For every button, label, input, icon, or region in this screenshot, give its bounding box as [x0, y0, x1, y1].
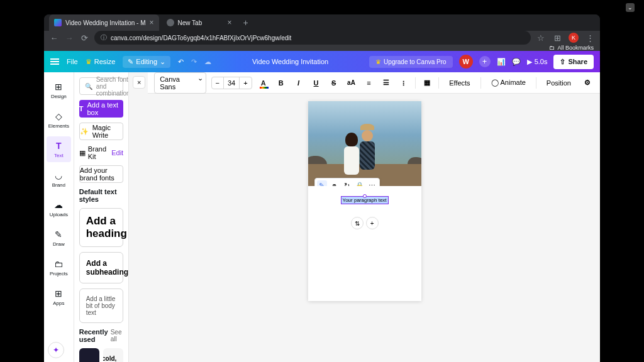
chevron-down-icon: ⌄ — [160, 58, 165, 66]
share-button[interactable]: ⇧ Share — [553, 55, 594, 69]
sparkle-icon: ✨ — [80, 128, 89, 136]
see-all-link[interactable]: See all — [111, 329, 123, 343]
underline-button[interactable]: U — [310, 76, 323, 90]
font-family-dropdown[interactable]: Canva Sans — [154, 72, 206, 94]
undo-icon[interactable]: ↶ — [178, 58, 184, 66]
case-button[interactable]: aA — [345, 76, 358, 90]
design-page[interactable]: ✎ ⚭ ↻ 🔒 ⋯ Your paragraph text — [308, 101, 421, 301]
upgrade-button[interactable]: ♛ Upgrade to Canva Pro — [369, 56, 453, 68]
url-input[interactable]: ⓘ canva.com/design/DAGTo6ygqb4/x1hFABfXj… — [94, 31, 531, 45]
extensions-icon[interactable]: ⊞ — [552, 33, 562, 43]
more-icon[interactable]: ⚙ — [581, 76, 594, 90]
back-icon[interactable]: ← — [49, 33, 59, 43]
edit-icon[interactable]: ✎ — [317, 180, 327, 186]
rail-brand[interactable]: ◡Brand — [44, 166, 74, 192]
lock-icon[interactable]: 🔒 — [355, 180, 365, 186]
tab-newtab[interactable]: New Tab × — [162, 14, 237, 31]
link-icon[interactable]: ⚭ — [330, 180, 340, 186]
list-button[interactable]: ☰ — [380, 76, 392, 90]
menu-icon[interactable] — [50, 58, 59, 65]
address-bar: ← → ⟳ ⓘ canva.com/design/DAGTo6ygqb4/x1h… — [44, 31, 600, 45]
divider — [438, 77, 439, 89]
add-heading-button[interactable]: Add a heading — [79, 208, 123, 247]
selected-text-element[interactable]: Your paragraph text — [341, 197, 388, 204]
redo-icon[interactable]: ↷ — [191, 58, 197, 66]
rail-uploads[interactable]: ☁Uploads — [44, 195, 74, 221]
rail-elements[interactable]: ◇Elements — [44, 107, 74, 133]
canva-topbar: File ♛ Resize ✎ Editing ⌄ ↶ ↷ ☁ Video We… — [44, 51, 600, 72]
comment-icon[interactable]: 💬 — [512, 58, 521, 66]
decrease-size-button[interactable]: − — [212, 77, 223, 89]
increase-size-button[interactable]: + — [240, 77, 251, 89]
font-size-input[interactable]: 34 — [223, 77, 240, 89]
duplicate-page-button[interactable]: ⇅ — [351, 217, 364, 229]
bold-button[interactable]: B — [275, 76, 287, 90]
url-text: canva.com/design/DAGTo6ygqb4/x1hFABfXjIx… — [111, 35, 291, 41]
align-button[interactable]: ≡ — [363, 76, 375, 90]
animate-button[interactable]: ◯Animate — [486, 76, 531, 89]
resize-button[interactable]: ♛ Resize — [86, 58, 116, 66]
close-icon[interactable]: × — [149, 18, 153, 27]
forward-icon[interactable]: → — [64, 33, 74, 43]
new-tab-button[interactable]: + — [240, 18, 252, 28]
rotate-handle[interactable] — [363, 194, 367, 198]
menu-icon[interactable]: ⋮ — [585, 33, 595, 43]
add-member-button[interactable]: + — [479, 56, 491, 67]
crown-icon: ♛ — [375, 58, 381, 65]
site-info-icon[interactable]: ⓘ — [101, 33, 107, 42]
divider — [480, 77, 481, 89]
add-subheading-button[interactable]: Add a subheading — [79, 252, 123, 283]
tab-canva[interactable]: Video Wedding Invitation - M × — [49, 14, 159, 31]
rail-apps[interactable]: ⊞Apps — [44, 284, 74, 310]
search-placeholder: Search fonts and combinations — [96, 76, 129, 97]
person — [357, 126, 377, 177]
page-tools: ⇅ + — [351, 217, 379, 229]
effects-button[interactable]: Effects — [444, 77, 475, 89]
reload-icon[interactable]: ⟳ — [79, 33, 89, 43]
share-label: Share — [568, 58, 587, 65]
italic-button[interactable]: I — [292, 76, 305, 90]
cloud-sync-icon[interactable]: ☁ — [204, 58, 211, 66]
profile-avatar[interactable]: K — [569, 33, 579, 43]
design-title[interactable]: Video Wedding Invitation — [219, 58, 362, 65]
font-color-button[interactable]: A — [257, 76, 270, 90]
edit-link[interactable]: Edit — [111, 149, 123, 156]
add-text-box-button[interactable]: T Add a text box — [79, 100, 123, 118]
elements-icon: ◇ — [53, 111, 64, 122]
duration-label: 5.0s — [535, 58, 548, 65]
share-icon: ⇧ — [560, 58, 565, 66]
sync-icon[interactable]: ↻ — [342, 180, 352, 186]
rail-projects[interactable]: 🗀Projects — [44, 255, 74, 280]
upgrade-label: Upgrade to Canva Pro — [384, 58, 447, 65]
all-bookmarks[interactable]: All Bookmarks — [557, 45, 594, 51]
search-input[interactable]: 🔍 Search fonts and combinations — [79, 77, 123, 95]
play-icon: ▶ — [527, 58, 532, 66]
template-glow[interactable]: GLOW — [79, 348, 99, 362]
close-icon[interactable]: × — [227, 18, 231, 27]
close-panel-button[interactable]: × — [133, 76, 145, 89]
add-body-button[interactable]: Add a little bit of body text — [79, 288, 123, 323]
file-menu[interactable]: File — [67, 58, 78, 65]
add-page-button[interactable]: + — [366, 217, 379, 229]
strikethrough-button[interactable]: S — [328, 76, 340, 90]
editing-label: Editing — [136, 58, 157, 65]
rail-text[interactable]: TText — [47, 136, 71, 162]
editing-dropdown[interactable]: ✎ Editing ⌄ — [123, 56, 170, 68]
more-icon[interactable]: ⋯ — [367, 180, 377, 186]
magic-write-button[interactable]: ✨ Magic Write — [79, 123, 123, 140]
position-button[interactable]: Position — [541, 77, 576, 89]
preview-button[interactable]: ▶ 5.0s — [527, 58, 548, 66]
spacing-button[interactable]: ⫶ — [397, 76, 410, 90]
template-tasty[interactable]: cold, smooth & tasty. ANGELO BREWING — [103, 348, 123, 362]
couple-photo[interactable]: ✎ ⚭ ↻ 🔒 ⋯ — [308, 101, 421, 186]
rail-draw[interactable]: ✎Draw — [44, 225, 74, 251]
star-icon[interactable]: ☆ — [536, 33, 546, 43]
canvas-stage[interactable]: ✎ ⚭ ↻ 🔒 ⋯ Your paragraph text — [129, 94, 600, 362]
add-brand-fonts-button[interactable]: Add your brand fonts — [79, 165, 123, 183]
tab-title: Video Wedding Invitation - M — [65, 19, 145, 26]
analytics-icon[interactable]: 📊 — [497, 58, 506, 66]
rail-design[interactable]: ⊞Design — [44, 77, 74, 103]
window-dropdown[interactable]: ⌄ — [626, 3, 635, 12]
transparency-button[interactable]: ▦ — [421, 76, 433, 90]
user-avatar[interactable]: W — [459, 55, 473, 69]
